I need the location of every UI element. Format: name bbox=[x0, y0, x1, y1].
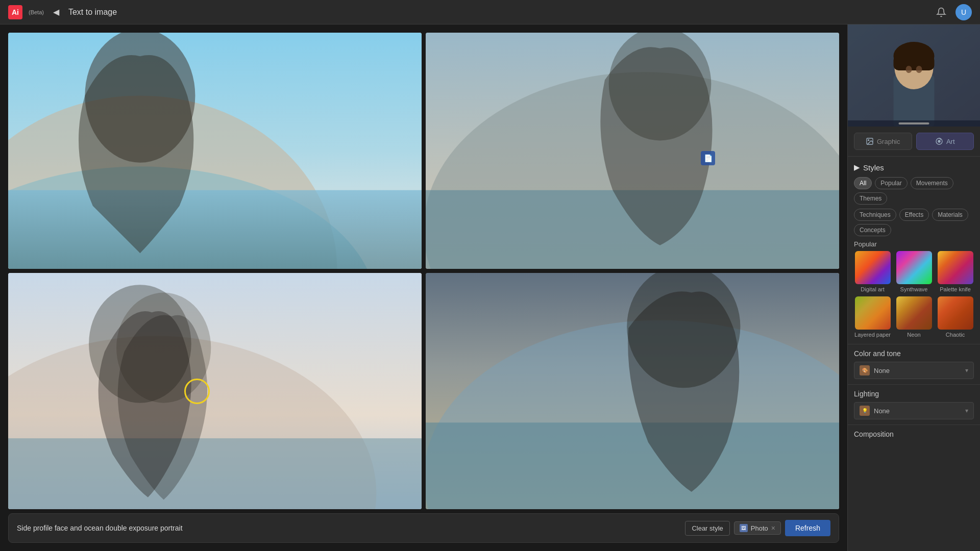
style-synthwave[interactable]: Synthwave bbox=[895, 251, 933, 292]
svg-rect-23 bbox=[894, 55, 935, 70]
lighting-section: Lighting 💡 None ▾ bbox=[848, 384, 980, 424]
page-title: Text to image bbox=[68, 8, 117, 17]
image-cell-4[interactable] bbox=[426, 273, 839, 509]
style-chaotic[interactable]: Chaotic bbox=[937, 296, 974, 338]
svg-point-29 bbox=[868, 140, 869, 141]
svg-rect-11 bbox=[8, 438, 422, 509]
lighting-chevron: ▾ bbox=[965, 407, 968, 414]
style-label-synthwave: Synthwave bbox=[900, 286, 928, 292]
graphic-icon bbox=[866, 137, 874, 145]
lighting-value: None bbox=[874, 407, 961, 415]
svg-rect-27 bbox=[899, 122, 929, 124]
image-cell-2[interactable]: 📄 bbox=[426, 33, 839, 269]
filter-techniques[interactable]: Techniques bbox=[854, 209, 896, 221]
color-tone-section: Color and tone 🎨 None ▾ bbox=[848, 344, 980, 384]
beta-badge: (Beta) bbox=[29, 9, 44, 15]
style-label-digital-art: Digital art bbox=[861, 286, 884, 292]
color-tone-dropdown[interactable]: 🎨 None ▾ bbox=[854, 362, 974, 379]
color-tone-icon: 🎨 bbox=[860, 365, 870, 375]
prompt-text: Side profile face and ocean double expos… bbox=[17, 524, 679, 532]
composition-section: Composition bbox=[848, 424, 980, 447]
photo-tag[interactable]: 🖼 Photo × bbox=[734, 521, 781, 535]
webcam-preview bbox=[848, 24, 980, 127]
style-layered-paper[interactable]: Layered paper bbox=[854, 296, 891, 338]
svg-point-31 bbox=[938, 140, 940, 142]
styles-title: Styles bbox=[863, 163, 884, 172]
styles-section: ▶ Styles All Popular Movements Themes Te… bbox=[848, 156, 980, 344]
style-thumb-neon bbox=[896, 296, 932, 330]
style-palette-knife[interactable]: Palette knife bbox=[937, 251, 974, 292]
style-thumb-synthwave bbox=[896, 251, 932, 284]
style-grid: Digital art Synthwave Palette knife Laye… bbox=[854, 251, 974, 338]
topbar-right: U bbox=[933, 4, 972, 20]
filter-effects[interactable]: Effects bbox=[899, 209, 929, 221]
lighting-title: Lighting bbox=[854, 390, 974, 398]
image-area: 📄 bbox=[0, 24, 847, 551]
style-label-layered-paper: Layered paper bbox=[854, 332, 891, 338]
image-grid: 📄 bbox=[8, 33, 839, 509]
color-tone-title: Color and tone bbox=[854, 349, 974, 358]
filter-materials[interactable]: Materials bbox=[932, 209, 968, 221]
svg-rect-16 bbox=[426, 422, 839, 509]
user-avatar[interactable]: U bbox=[955, 4, 972, 20]
tab-graphic[interactable]: Graphic bbox=[854, 133, 912, 150]
image-cell-1[interactable] bbox=[8, 33, 422, 269]
filter-themes[interactable]: Themes bbox=[854, 192, 887, 205]
popular-label: Popular bbox=[854, 240, 974, 248]
style-label-neon: Neon bbox=[907, 332, 920, 338]
right-panel: Graphic Art ▶ Styles All Popular Mo bbox=[847, 24, 980, 551]
filter-movements[interactable]: Movements bbox=[911, 177, 953, 189]
photo-tag-icon: 🖼 bbox=[740, 524, 748, 532]
style-label-chaotic: Chaotic bbox=[946, 332, 965, 338]
lighting-icon: 💡 bbox=[860, 406, 870, 416]
filter-popular[interactable]: Popular bbox=[875, 177, 907, 189]
adobe-logo: Ai bbox=[8, 5, 22, 19]
document-icon: 📄 bbox=[701, 151, 715, 165]
style-filter-row-2: Techniques Effects Materials Concepts bbox=[854, 209, 974, 236]
composition-title: Composition bbox=[854, 430, 974, 438]
art-tab-label: Art bbox=[946, 138, 955, 145]
style-neon[interactable]: Neon bbox=[895, 296, 933, 338]
art-icon bbox=[935, 137, 943, 145]
style-filter-row-1: All Popular Movements Themes bbox=[854, 177, 974, 205]
clear-style-button[interactable]: Clear style bbox=[685, 521, 729, 536]
prompt-actions: Clear style 🖼 Photo × Refresh bbox=[685, 520, 830, 536]
back-button[interactable]: ◀ bbox=[50, 6, 62, 18]
refresh-button[interactable]: Refresh bbox=[785, 520, 830, 536]
image-cell-3[interactable] bbox=[8, 273, 422, 509]
style-thumb-palette-knife bbox=[938, 251, 973, 284]
filter-concepts[interactable]: Concepts bbox=[854, 224, 891, 236]
svg-rect-3 bbox=[8, 190, 422, 269]
style-digital-art[interactable]: Digital art bbox=[854, 251, 891, 292]
filter-all[interactable]: All bbox=[854, 177, 872, 189]
svg-point-25 bbox=[916, 66, 922, 73]
tab-art[interactable]: Art bbox=[916, 133, 974, 150]
style-thumb-chaotic bbox=[938, 296, 973, 330]
main-content: 📄 bbox=[0, 24, 980, 551]
styles-arrow: ▶ bbox=[854, 163, 860, 172]
lighting-dropdown[interactable]: 💡 None ▾ bbox=[854, 402, 974, 419]
style-thumb-layered-paper bbox=[855, 296, 891, 330]
svg-point-24 bbox=[906, 66, 912, 73]
style-thumb-digital-art bbox=[855, 251, 891, 284]
graphic-tab-label: Graphic bbox=[877, 138, 900, 145]
notifications-icon[interactable] bbox=[933, 4, 949, 20]
type-tabs: Graphic Art bbox=[848, 127, 980, 156]
color-tone-chevron: ▾ bbox=[965, 367, 968, 374]
color-tone-value: None bbox=[874, 367, 961, 374]
prompt-bar: Side profile face and ocean double expos… bbox=[8, 513, 839, 543]
style-label-palette-knife: Palette knife bbox=[940, 286, 971, 292]
topbar: Ai (Beta) ◀ Text to image U bbox=[0, 0, 980, 24]
photo-tag-close[interactable]: × bbox=[771, 524, 775, 532]
styles-header: ▶ Styles bbox=[854, 163, 974, 172]
photo-tag-label: Photo bbox=[751, 524, 768, 532]
